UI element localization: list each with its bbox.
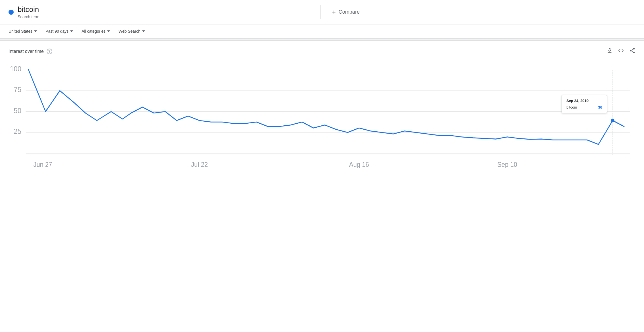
search-type-chevron-icon (142, 30, 145, 32)
interest-chart: 100 75 50 25 Jun 27 Jul 22 Aug 16 Sep 10 (9, 61, 635, 180)
chart-section: Interest over time ? 100 (0, 41, 644, 180)
share-button[interactable] (629, 47, 635, 55)
embed-button[interactable] (618, 47, 624, 55)
time-chevron-icon (70, 30, 73, 32)
compare-plus-icon: + (332, 9, 336, 16)
svg-text:100: 100 (10, 65, 21, 73)
region-chevron-icon (34, 30, 37, 32)
compare-label: Compare (339, 9, 360, 15)
download-button[interactable] (606, 47, 613, 55)
category-label: All categories (82, 29, 105, 34)
region-label: United States (9, 29, 32, 34)
tooltip-data-row: bitcoin 36 (566, 105, 602, 109)
search-term: bitcoin (18, 5, 39, 14)
tooltip-date: Sep 24, 2019 (566, 99, 602, 103)
chart-actions (606, 47, 635, 55)
search-type-label: Web Search (119, 29, 140, 34)
svg-text:Jun 27: Jun 27 (33, 161, 52, 168)
page-header: bitcoin Search term + Compare (0, 0, 644, 24)
svg-text:25: 25 (14, 128, 21, 136)
chart-title: Interest over time (9, 49, 44, 54)
term-color-dot (9, 10, 14, 15)
tooltip-term: bitcoin (566, 105, 577, 109)
compare-section[interactable]: + Compare (321, 9, 635, 16)
chart-tooltip: Sep 24, 2019 bitcoin 36 (562, 95, 607, 113)
time-label: Past 90 days (45, 29, 69, 34)
category-chevron-icon (107, 30, 110, 32)
svg-text:75: 75 (14, 86, 21, 94)
svg-text:Aug 16: Aug 16 (349, 161, 369, 168)
chart-title-group: Interest over time ? (9, 49, 52, 54)
category-filter[interactable]: All categories (82, 29, 110, 34)
search-type-filter[interactable]: Web Search (119, 29, 145, 34)
time-filter[interactable]: Past 90 days (45, 29, 73, 34)
help-icon[interactable]: ? (47, 49, 52, 54)
chart-header: Interest over time ? (9, 47, 635, 55)
svg-text:Sep 10: Sep 10 (497, 161, 517, 168)
search-term-label: Search term (18, 14, 39, 19)
svg-text:50: 50 (14, 107, 21, 115)
search-term-text: bitcoin Search term (18, 5, 39, 19)
svg-point-15 (611, 119, 614, 123)
section-separator (0, 38, 644, 41)
tooltip-value: 36 (598, 105, 602, 109)
search-term-section: bitcoin Search term (9, 5, 321, 19)
svg-text:Jul 22: Jul 22 (191, 161, 208, 168)
chart-container: 100 75 50 25 Jun 27 Jul 22 Aug 16 Sep 10… (9, 61, 635, 180)
region-filter[interactable]: United States (9, 29, 37, 34)
filters-bar: United States Past 90 days All categorie… (0, 24, 644, 38)
